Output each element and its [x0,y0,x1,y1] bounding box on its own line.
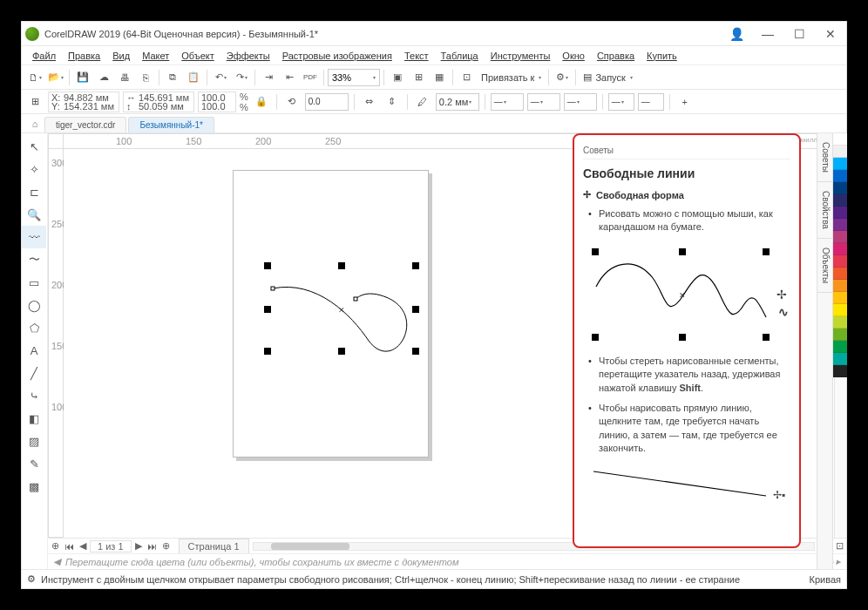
maximize-button[interactable]: ☐ [787,25,811,43]
shape-tool[interactable]: ✧ [22,158,46,180]
import-button[interactable]: ⇥ [259,68,278,87]
zoom-input[interactable]: 33%▾ [328,69,380,86]
end-arrow-select[interactable]: — ▾ [564,93,597,111]
save-button[interactable]: 💾 [73,68,92,87]
color-swatch[interactable] [833,304,847,316]
cloud-button[interactable]: ☁ [94,68,113,87]
ruler-origin[interactable] [48,133,64,149]
close-curve-button[interactable]: — [638,93,664,111]
print-button[interactable]: 🖶 [115,68,134,87]
menu-layout[interactable]: Макет [137,49,174,63]
rectangle-tool[interactable]: ▭ [22,271,46,294]
mirror-h-button[interactable]: ⇔ [360,92,379,112]
line-style-select[interactable]: — ▾ [527,93,560,111]
launch-button[interactable]: ▤ Запуск▾ [580,68,635,87]
fullscreen-button[interactable]: ▣ [388,68,407,87]
transparency-tool[interactable]: ▨ [22,430,46,452]
polygon-tool[interactable]: ⬠ [22,316,46,339]
new-button[interactable]: 🗋▾ [25,68,44,87]
menu-help[interactable]: Справка [592,49,640,63]
eyedropper-tool[interactable]: ✎ [22,452,46,475]
dimension-tool[interactable]: ╱ [22,362,46,384]
color-swatch[interactable] [833,255,847,268]
nav-add-left[interactable]: ⊕ [48,540,62,552]
undo-button[interactable]: ↶▾ [211,68,230,87]
scale-fields[interactable]: 100.0 100.0 [198,92,236,112]
color-swatch[interactable] [833,316,847,329]
color-swatch[interactable] [833,341,847,353]
close-button[interactable]: ✕ [818,25,843,43]
redo-button[interactable]: ↷▾ [232,68,251,87]
fill-tool[interactable]: ▩ [22,475,46,498]
menu-object[interactable]: Объект [176,49,219,63]
export2-button[interactable]: ⇤ [280,68,299,87]
color-swatch[interactable] [833,231,847,243]
nav-next[interactable]: ▶ [132,540,146,552]
start-arrow-select[interactable]: — ▾ [491,93,524,111]
nav-first[interactable]: ⏮ [62,541,76,552]
color-swatch[interactable] [833,219,847,231]
menu-view[interactable]: Вид [107,49,135,63]
color-swatch[interactable] [833,146,847,158]
menu-table[interactable]: Таблица [436,49,484,63]
nav-add-right[interactable]: ⊕ [159,540,173,552]
angle-input[interactable]: 0.0 [305,93,349,111]
doc-tab-2[interactable]: Безымянный-1* [128,117,214,132]
menu-effects[interactable]: Эффекты [221,49,275,63]
color-swatch[interactable] [833,133,847,146]
nav-last[interactable]: ⏭ [146,541,159,552]
color-swatch[interactable] [833,280,847,292]
grid-button[interactable]: ▦ [430,68,449,87]
ellipse-tool[interactable]: ◯ [22,294,46,316]
color-swatch[interactable] [833,292,847,304]
dropshadow-tool[interactable]: ◧ [22,407,46,430]
wrap-select[interactable]: — ▾ [608,93,634,111]
menu-edit[interactable]: Правка [63,49,105,63]
options-button[interactable]: ⚙▾ [553,68,572,87]
color-swatch[interactable] [833,365,847,377]
dock-tab-objects[interactable]: Объекты [817,239,832,293]
document-palette[interactable]: ◀ Перетащите сюда цвета (или объекты), ч… [48,553,846,569]
color-swatch[interactable] [833,194,847,207]
dock-tab-hints[interactable]: Советы [817,133,832,182]
menu-tools[interactable]: Инструменты [485,49,556,63]
nav-prev[interactable]: ◀ [76,540,90,552]
lock-ratio-button[interactable]: 🔒 [252,92,271,112]
freehand-tool[interactable]: 〰 [22,226,46,248]
snap-to-button[interactable]: Привязать к▾ [478,68,545,87]
pick-tool[interactable]: ↖ [22,135,46,158]
color-swatch[interactable] [833,268,847,280]
menu-text[interactable]: Текст [399,49,434,63]
crop-tool[interactable]: ⊏ [22,180,46,203]
menu-bitmaps[interactable]: Растровые изображения [277,49,397,63]
position-fields[interactable]: X:94.882 мм Y:154.231 мм [48,92,119,112]
user-icon[interactable]: 👤 [724,25,749,43]
color-swatch[interactable] [833,329,847,341]
copy-button[interactable]: ⧉ [163,68,182,87]
color-swatch[interactable] [833,353,847,365]
home-tab-icon[interactable]: ⌂ [25,115,44,132]
menu-window[interactable]: Окно [557,49,590,63]
add-button[interactable]: + [675,92,695,112]
page-counter[interactable]: 1 из 1 [90,540,132,552]
outline-width-input[interactable]: 0.2 мм ▾ [436,93,479,111]
text-tool[interactable]: A [22,339,46,362]
menu-file[interactable]: Файл [27,49,61,63]
menu-buy[interactable]: Купить [641,49,682,63]
color-swatch[interactable] [833,158,847,170]
vertical-ruler[interactable]: 300 250 200 150 100 [48,149,64,538]
paste-button[interactable]: 📋 [184,68,203,87]
page-tab-1[interactable]: Страница 1 [179,539,249,554]
color-palette[interactable] [832,133,846,569]
preview-button[interactable]: ⊞ [409,68,428,87]
connector-tool[interactable]: ⤷ [22,384,46,407]
color-swatch[interactable] [833,207,847,219]
export-button[interactable]: ⎘ [136,68,155,87]
open-button[interactable]: 📂▾ [46,68,65,87]
color-swatch[interactable] [833,170,847,182]
artistic-media-tool[interactable]: 〜 [22,248,46,271]
pdf-button[interactable]: PDF [301,68,320,87]
snap-toggle-button[interactable]: ⊡ [457,68,476,87]
size-fields[interactable]: ↔145.691 мм ↕50.059 мм [123,92,194,112]
color-swatch[interactable] [833,182,847,194]
